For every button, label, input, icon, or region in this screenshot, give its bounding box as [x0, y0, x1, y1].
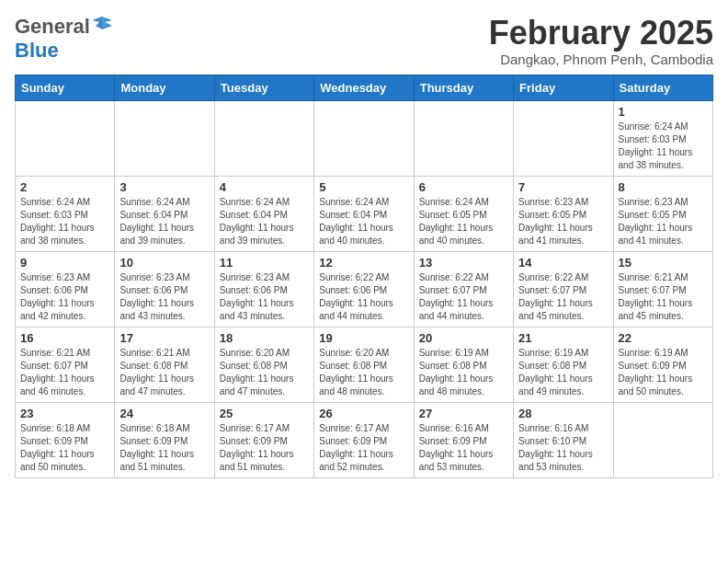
calendar-week-row: 23Sunrise: 6:18 AM Sunset: 6:09 PM Dayli…: [16, 402, 713, 477]
calendar-cell: 9Sunrise: 6:23 AM Sunset: 6:06 PM Daylig…: [16, 251, 115, 327]
day-number: 1: [619, 105, 708, 119]
day-info: Sunrise: 6:24 AM Sunset: 6:04 PM Dayligh…: [119, 196, 209, 247]
day-number: 8: [619, 180, 708, 194]
logo-blue-text: Blue: [15, 39, 59, 62]
day-number: 23: [20, 407, 109, 420]
day-info: Sunrise: 6:19 AM Sunset: 6:08 PM Dayligh…: [518, 347, 608, 398]
calendar-cell: 14Sunrise: 6:22 AM Sunset: 6:07 PM Dayli…: [514, 251, 613, 327]
calendar-cell: 4Sunrise: 6:24 AM Sunset: 6:04 PM Daylig…: [214, 176, 313, 251]
day-number: 2: [20, 180, 109, 194]
calendar-week-row: 16Sunrise: 6:21 AM Sunset: 6:07 PM Dayli…: [16, 327, 713, 402]
day-info: Sunrise: 6:18 AM Sunset: 6:09 PM Dayligh…: [119, 422, 209, 474]
weekday-header-wednesday: Wednesday: [314, 75, 414, 100]
day-info: Sunrise: 6:16 AM Sunset: 6:09 PM Dayligh…: [419, 422, 508, 474]
day-info: Sunrise: 6:20 AM Sunset: 6:08 PM Dayligh…: [319, 347, 408, 398]
day-number: 26: [319, 407, 408, 420]
calendar-cell: 15Sunrise: 6:21 AM Sunset: 6:07 PM Dayli…: [613, 251, 712, 327]
day-number: 4: [220, 180, 309, 194]
calendar-cell: 13Sunrise: 6:22 AM Sunset: 6:07 PM Dayli…: [414, 251, 513, 327]
day-number: 3: [119, 180, 209, 194]
day-number: 7: [518, 180, 608, 194]
day-number: 19: [319, 331, 408, 345]
calendar-cell: [414, 100, 513, 176]
calendar-week-row: 2Sunrise: 6:24 AM Sunset: 6:03 PM Daylig…: [16, 176, 713, 251]
calendar-cell: 28Sunrise: 6:16 AM Sunset: 6:10 PM Dayli…: [514, 402, 613, 477]
title-block: February 2025 Dangkao, Phnom Penh, Cambo…: [489, 15, 713, 67]
calendar-cell: 16Sunrise: 6:21 AM Sunset: 6:07 PM Dayli…: [16, 327, 115, 402]
day-info: Sunrise: 6:23 AM Sunset: 6:05 PM Dayligh…: [518, 196, 608, 247]
day-info: Sunrise: 6:17 AM Sunset: 6:09 PM Dayligh…: [319, 422, 408, 474]
day-info: Sunrise: 6:24 AM Sunset: 6:05 PM Dayligh…: [419, 196, 508, 247]
calendar-week-row: 1Sunrise: 6:24 AM Sunset: 6:03 PM Daylig…: [16, 100, 713, 176]
weekday-header-thursday: Thursday: [414, 75, 513, 100]
logo: General Blue: [15, 15, 112, 63]
calendar-cell: 8Sunrise: 6:23 AM Sunset: 6:05 PM Daylig…: [613, 176, 712, 251]
day-number: 20: [419, 331, 508, 345]
calendar-table: SundayMondayTuesdayWednesdayThursdayFrid…: [15, 75, 713, 478]
calendar-cell: [613, 402, 712, 477]
day-info: Sunrise: 6:19 AM Sunset: 6:09 PM Dayligh…: [619, 347, 708, 398]
logo-general-text: General: [15, 15, 90, 39]
weekday-header-sunday: Sunday: [16, 75, 115, 100]
calendar-cell: 3Sunrise: 6:24 AM Sunset: 6:04 PM Daylig…: [115, 176, 214, 251]
location-text: Dangkao, Phnom Penh, Cambodia: [489, 52, 713, 67]
day-info: Sunrise: 6:19 AM Sunset: 6:08 PM Dayligh…: [419, 347, 508, 398]
day-info: Sunrise: 6:23 AM Sunset: 6:05 PM Dayligh…: [619, 196, 708, 247]
calendar-cell: 22Sunrise: 6:19 AM Sunset: 6:09 PM Dayli…: [613, 327, 712, 402]
day-info: Sunrise: 6:22 AM Sunset: 6:07 PM Dayligh…: [419, 271, 508, 323]
page-header: General Blue February 2025 Dangkao, Phno…: [15, 15, 713, 67]
weekday-header-monday: Monday: [115, 75, 214, 100]
calendar-cell: 11Sunrise: 6:23 AM Sunset: 6:06 PM Dayli…: [214, 251, 313, 327]
weekday-header-saturday: Saturday: [613, 75, 712, 100]
day-number: 28: [518, 407, 608, 420]
calendar-cell: 6Sunrise: 6:24 AM Sunset: 6:05 PM Daylig…: [414, 176, 513, 251]
day-info: Sunrise: 6:22 AM Sunset: 6:06 PM Dayligh…: [319, 271, 408, 323]
day-number: 25: [220, 407, 309, 420]
day-info: Sunrise: 6:18 AM Sunset: 6:09 PM Dayligh…: [20, 422, 109, 474]
day-info: Sunrise: 6:24 AM Sunset: 6:04 PM Dayligh…: [319, 196, 408, 247]
calendar-cell: 17Sunrise: 6:21 AM Sunset: 6:08 PM Dayli…: [115, 327, 214, 402]
day-number: 13: [419, 256, 508, 270]
day-number: 17: [119, 331, 209, 345]
day-number: 18: [220, 331, 309, 345]
day-info: Sunrise: 6:21 AM Sunset: 6:08 PM Dayligh…: [119, 347, 209, 398]
day-info: Sunrise: 6:20 AM Sunset: 6:08 PM Dayligh…: [220, 347, 309, 398]
calendar-cell: 5Sunrise: 6:24 AM Sunset: 6:04 PM Daylig…: [314, 176, 414, 251]
day-number: 6: [419, 180, 508, 194]
day-number: 12: [319, 256, 408, 270]
calendar-cell: 7Sunrise: 6:23 AM Sunset: 6:05 PM Daylig…: [514, 176, 613, 251]
day-info: Sunrise: 6:23 AM Sunset: 6:06 PM Dayligh…: [119, 271, 209, 323]
day-number: 16: [20, 331, 109, 345]
day-number: 9: [20, 256, 109, 270]
calendar-cell: [314, 100, 414, 176]
day-number: 14: [518, 256, 608, 270]
day-info: Sunrise: 6:16 AM Sunset: 6:10 PM Dayligh…: [518, 422, 608, 474]
day-number: 11: [220, 256, 309, 270]
day-info: Sunrise: 6:21 AM Sunset: 6:07 PM Dayligh…: [619, 271, 708, 323]
day-info: Sunrise: 6:17 AM Sunset: 6:09 PM Dayligh…: [220, 422, 309, 474]
day-number: 21: [518, 331, 608, 345]
calendar-cell: 1Sunrise: 6:24 AM Sunset: 6:03 PM Daylig…: [613, 100, 712, 176]
day-number: 15: [619, 256, 708, 270]
day-number: 5: [319, 180, 408, 194]
day-info: Sunrise: 6:23 AM Sunset: 6:06 PM Dayligh…: [220, 271, 309, 323]
day-info: Sunrise: 6:23 AM Sunset: 6:06 PM Dayligh…: [20, 271, 109, 323]
calendar-cell: 10Sunrise: 6:23 AM Sunset: 6:06 PM Dayli…: [115, 251, 214, 327]
day-number: 22: [619, 331, 708, 345]
weekday-header-row: SundayMondayTuesdayWednesdayThursdayFrid…: [16, 75, 713, 100]
calendar-cell: 20Sunrise: 6:19 AM Sunset: 6:08 PM Dayli…: [414, 327, 513, 402]
logo-bird-icon: [92, 13, 112, 37]
weekday-header-friday: Friday: [514, 75, 613, 100]
day-number: 10: [119, 256, 209, 270]
calendar-cell: [514, 100, 613, 176]
calendar-cell: 19Sunrise: 6:20 AM Sunset: 6:08 PM Dayli…: [314, 327, 414, 402]
calendar-cell: 24Sunrise: 6:18 AM Sunset: 6:09 PM Dayli…: [115, 402, 214, 477]
calendar-cell: 27Sunrise: 6:16 AM Sunset: 6:09 PM Dayli…: [414, 402, 513, 477]
day-info: Sunrise: 6:24 AM Sunset: 6:03 PM Dayligh…: [20, 196, 109, 247]
day-info: Sunrise: 6:24 AM Sunset: 6:04 PM Dayligh…: [220, 196, 309, 247]
calendar-cell: 26Sunrise: 6:17 AM Sunset: 6:09 PM Dayli…: [314, 402, 414, 477]
day-info: Sunrise: 6:21 AM Sunset: 6:07 PM Dayligh…: [20, 347, 109, 398]
calendar-cell: 2Sunrise: 6:24 AM Sunset: 6:03 PM Daylig…: [16, 176, 115, 251]
calendar-cell: 23Sunrise: 6:18 AM Sunset: 6:09 PM Dayli…: [16, 402, 115, 477]
day-number: 27: [419, 407, 508, 420]
